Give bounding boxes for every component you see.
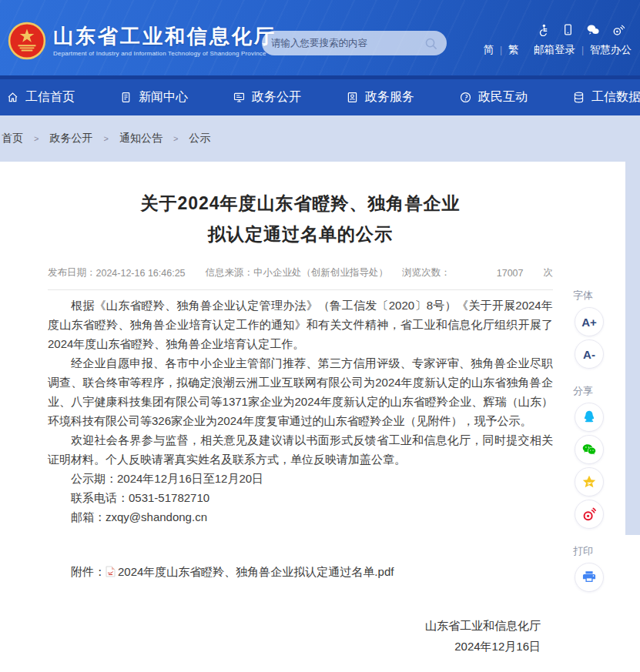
site-title: 山东省工业和信息化厅: [53, 25, 276, 48]
link-smart-office[interactable]: 智慧办公: [590, 43, 632, 57]
site-header: 山东省工业和信息化厅 Department of Industry and In…: [0, 0, 640, 75]
data-icon: [572, 91, 585, 104]
nav-label: 政民互动: [478, 89, 528, 105]
views-unit: 次: [544, 266, 554, 279]
paragraph: 根据《山东省瞪羚、独角兽企业认定管理办法》（鲁工信发〔2020〕8号）《关于开展…: [48, 296, 553, 353]
share-weibo-button[interactable]: [575, 500, 604, 529]
qq-icon: [581, 409, 598, 426]
nav-label: 工信数据: [591, 89, 640, 105]
breadcrumb-separator: >: [103, 134, 108, 143]
paragraph: 欢迎社会各界参与监督，相关意见及建议请以书面形式反馈省工业和信息化厅，同时提交相…: [48, 430, 553, 469]
gov-service-icon: [346, 91, 359, 104]
attachment-link[interactable]: 2024年度山东省瞪羚、独角兽企业拟认定通过名单.pdf: [106, 565, 394, 578]
link-separator: |: [581, 45, 584, 55]
brand-text: 山东省工业和信息化厅 Department of Industry and In…: [53, 25, 276, 57]
interaction-icon: [459, 91, 472, 104]
font-decrease-button[interactable]: A-: [575, 339, 604, 369]
nav-item-gov-open[interactable]: 政务公开: [233, 79, 346, 115]
breadcrumb-item-current: 公示: [189, 132, 210, 145]
home-icon: [6, 91, 19, 104]
nav-label: 新闻中心: [139, 89, 188, 105]
mobile-icon[interactable]: [561, 23, 575, 36]
qzone-icon: [581, 473, 598, 490]
header-right: 简 | 繁 邮箱登录 | 智慧办公: [483, 23, 632, 57]
publish-date-label: 发布日期：: [48, 266, 96, 279]
signature-block: 山东省工业和信息化厅 2024年12月16日: [48, 615, 553, 657]
header-quick-icons: [483, 23, 625, 36]
breadcrumb-separator: >: [173, 134, 178, 143]
font-decrease-label: A-: [583, 348, 595, 361]
share-qq-button[interactable]: [575, 403, 604, 432]
font-increase-button[interactable]: A+: [575, 307, 604, 336]
page: 山东省工业和信息化厅 Department of Industry and In…: [0, 0, 640, 672]
paragraph-public-period: 公示期：2024年12月16日至12月20日: [48, 469, 553, 488]
search-icon[interactable]: [424, 37, 437, 50]
nav-label: 政务服务: [365, 89, 414, 105]
content-area: 关于2024年度山东省瞪羚、独角兽企业 拟认定通过名单的公示 发布日期： 202…: [0, 162, 640, 672]
breadcrumb-separator: >: [34, 134, 39, 143]
pdf-icon: [106, 566, 116, 577]
nav-item-interaction[interactable]: 政民互动: [459, 79, 572, 115]
publish-date: 2024-12-16 16:46:25: [96, 268, 186, 279]
search-box: [262, 31, 447, 55]
weibo-share-icon: [581, 506, 598, 523]
article-meta: 发布日期： 2024-12-16 16:46:25 信息来源： 中小企业处（创新…: [48, 266, 553, 290]
attachment-row: 附件：2024年度山东省瞪羚、独角兽企业拟认定通过名单.pdf: [48, 565, 553, 580]
page-title-line2: 拟认定通过名单的公示: [208, 224, 393, 244]
nav-item-news[interactable]: 新闻中心: [119, 79, 233, 115]
news-icon: [119, 91, 132, 104]
link-separator: |: [500, 45, 502, 55]
breadcrumb: 首页 > 政务公开 > 通知公告 > 公示: [0, 115, 640, 162]
source-label: 信息来源：: [206, 266, 254, 279]
font-increase-label: A+: [581, 316, 597, 329]
printer-icon: [581, 569, 598, 586]
signature-date: 2024年12月16日: [48, 636, 541, 657]
nav-label: 政务公开: [252, 89, 301, 105]
nav-label: 工信首页: [25, 89, 75, 105]
share-label: 分享: [573, 384, 593, 398]
attachment-label: 附件：: [71, 565, 106, 578]
main-nav: 工信首页 新闻中心 政务公开 政务服务: [0, 75, 640, 115]
right-gutter: [625, 162, 640, 535]
share-rail: 字体 A+ A- 分享: [571, 289, 608, 595]
brand[interactable]: 山东省工业和信息化厅 Department of Industry and In…: [8, 22, 276, 60]
nav-item-data[interactable]: 工信数据: [572, 79, 640, 115]
breadcrumb-item-notices[interactable]: 通知公告: [119, 132, 163, 145]
share-qzone-button[interactable]: [575, 467, 604, 496]
wechat-icon[interactable]: [586, 23, 600, 36]
link-simplified[interactable]: 简: [483, 43, 494, 57]
nav-item-gov-service[interactable]: 政务服务: [346, 79, 459, 115]
signature-org: 山东省工业和信息化厅: [48, 615, 541, 636]
article-body: 根据《山东省瞪羚、独角兽企业认定管理办法》（鲁工信发〔2020〕8号）《关于开展…: [48, 296, 553, 527]
article: 关于2024年度山东省瞪羚、独角兽企业 拟认定通过名单的公示 发布日期： 202…: [0, 162, 625, 657]
views-count: 17007: [497, 268, 524, 279]
print-label: 打印: [573, 544, 593, 558]
nav-item-home[interactable]: 工信首页: [6, 79, 119, 115]
link-traditional[interactable]: 繁: [508, 43, 519, 57]
page-title-line1: 关于2024年度山东省瞪羚、独角兽企业: [140, 193, 460, 213]
page-title: 关于2024年度山东省瞪羚、独角兽企业 拟认定通过名单的公示: [48, 188, 553, 249]
national-emblem-logo: [8, 22, 46, 60]
weibo-icon[interactable]: [612, 23, 625, 36]
attachment-filename: 2024年度山东省瞪羚、独角兽企业拟认定通过名单.pdf: [118, 565, 394, 578]
link-separator: [525, 45, 528, 55]
paragraph: 经企业自愿申报、各市中小企业主管部门推荐、第三方信用评级、专家评审、独角兽企业尽…: [48, 353, 553, 430]
site-title-en: Department of Industry and Information T…: [53, 50, 276, 57]
share-wechat-button[interactable]: [575, 435, 604, 464]
wechat-share-icon: [581, 441, 598, 458]
paragraph-contact-phone: 联系电话：0531-51782710: [48, 488, 553, 507]
print-button[interactable]: [575, 563, 604, 592]
breadcrumb-item-gov-open[interactable]: 政务公开: [49, 132, 92, 145]
link-mail-login[interactable]: 邮箱登录: [534, 43, 575, 57]
font-label: 字体: [573, 289, 593, 303]
source-value: 中小企业处（创新创业指导处）: [253, 266, 388, 279]
views-label: 浏览次数：: [402, 266, 451, 279]
paragraph-email: 邮箱：zxqy@shandong.cn: [48, 507, 553, 527]
search-input[interactable]: [271, 38, 424, 48]
accessibility-icon[interactable]: [537, 23, 550, 36]
breadcrumb-item-home[interactable]: 首页: [2, 132, 23, 145]
header-links: 简 | 繁 邮箱登录 | 智慧办公: [483, 43, 632, 57]
gov-open-icon: [233, 91, 246, 104]
